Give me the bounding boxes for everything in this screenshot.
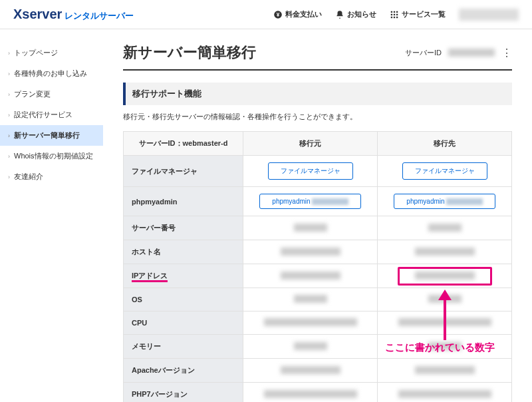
blurred-value	[264, 318, 357, 326]
row-host: ホスト名	[124, 240, 512, 264]
row-label: ホスト名	[124, 240, 243, 264]
blurred-value	[281, 272, 340, 280]
th-server-id: サーバーID：webmaster-d	[124, 132, 243, 156]
nav-payment[interactable]: ¥ 料金支払い	[273, 9, 322, 19]
svg-text:¥: ¥	[277, 11, 280, 17]
row-label: IPアドレス	[124, 264, 243, 288]
row-label: phpmyadmin	[124, 187, 243, 216]
nav-services[interactable]: サービス一覧	[390, 9, 446, 19]
phpmyadmin-dst-button[interactable]: phpmyadmin	[394, 194, 495, 209]
blurred-value	[294, 295, 327, 303]
row-memory: メモリー	[124, 335, 512, 359]
sidebar-item-migration[interactable]: ›新サーバー簡単移行	[0, 125, 103, 146]
user-info[interactable]	[459, 9, 519, 21]
blurred-value	[312, 198, 348, 205]
blurred-value	[281, 366, 340, 374]
file-manager-src-button[interactable]: ファイルマネージャ	[268, 162, 353, 180]
section-title: 移行サポート機能	[123, 83, 512, 105]
main: 新サーバー簡単移行 サーバーID ⋮ 移行サポート機能 移行元・移行先サーバーの…	[103, 29, 532, 402]
ip-dst-value	[415, 272, 475, 280]
row-label: OS	[124, 288, 243, 311]
server-id-value	[448, 49, 495, 57]
chevron-right-icon: ›	[8, 50, 10, 57]
logo-sub: レンタルサーバー	[65, 10, 134, 22]
blurred-value	[281, 248, 340, 256]
sidebar-item-whois[interactable]: ›Whois情報の初期値設定	[0, 146, 103, 166]
chevron-right-icon: ›	[8, 112, 10, 118]
nav-notice[interactable]: お知らせ	[335, 9, 376, 19]
bell-icon	[335, 10, 344, 19]
sidebar-item-plan[interactable]: ›プラン変更	[0, 84, 103, 104]
sidebar-item-label: 友達紹介	[14, 172, 43, 182]
page-meta: サーバーID ⋮	[405, 47, 512, 59]
header: Xserver レンタルサーバー ¥ 料金支払い お知らせ サービス一覧	[0, 0, 532, 29]
migration-table: サーバーID：webmaster-d 移行元 移行先 ファイルマネージャ ファイ…	[123, 131, 512, 402]
blurred-value	[264, 390, 357, 398]
row-file-manager: ファイルマネージャ ファイルマネージャ ファイルマネージャ	[124, 156, 512, 187]
blurred-value	[428, 342, 462, 350]
blurred-value	[428, 224, 462, 232]
phpmyadmin-label: phpmyadmin	[272, 198, 310, 205]
blurred-value	[398, 318, 491, 326]
sidebar-item-top[interactable]: ›トップページ	[0, 43, 103, 63]
header-nav: ¥ 料金支払い お知らせ サービス一覧	[273, 9, 519, 21]
row-os: OS	[124, 288, 512, 311]
svg-rect-6	[394, 13, 395, 15]
row-label: Apacheバージョン	[124, 359, 243, 383]
blurred-value	[428, 295, 462, 303]
th-dst: 移行先	[378, 132, 512, 156]
grid-icon	[390, 10, 399, 19]
nav-services-label: サービス一覧	[402, 9, 446, 19]
row-apache: Apacheバージョン	[124, 359, 512, 383]
svg-rect-8	[391, 16, 392, 17]
nav-notice-label: お知らせ	[347, 9, 376, 19]
chevron-right-icon: ›	[8, 91, 10, 98]
blurred-value	[446, 198, 483, 205]
sidebar-item-tokuten[interactable]: ›各種特典のお申し込み	[0, 63, 103, 84]
svg-rect-9	[394, 16, 395, 17]
sidebar-item-label: Whois情報の初期値設定	[14, 151, 93, 161]
row-label: サーバー番号	[124, 216, 243, 240]
page-header: 新サーバー簡単移行 サーバーID ⋮	[123, 43, 512, 71]
sidebar-item-label: プラン変更	[14, 89, 51, 99]
row-label: PHP7バージョン	[124, 383, 243, 402]
row-phpmyadmin: phpmyadmin phpmyadmin phpmyadmin	[124, 187, 512, 216]
row-cpu: CPU	[124, 311, 512, 335]
server-id-label: サーバーID	[405, 48, 442, 58]
row-label: ファイルマネージャ	[124, 156, 243, 187]
svg-rect-5	[391, 13, 392, 15]
th-src: 移行元	[243, 132, 378, 156]
row-label: メモリー	[124, 335, 243, 359]
row-php7: PHP7バージョン	[124, 383, 512, 402]
phpmyadmin-label: phpmyadmin	[406, 198, 444, 205]
ip-label-underlined: IPアドレス	[132, 272, 168, 282]
sidebar-item-daikou[interactable]: ›設定代行サービス	[0, 104, 103, 125]
blurred-value	[415, 366, 475, 374]
sidebar: ›トップページ ›各種特典のお申し込み ›プラン変更 ›設定代行サービス ›新サ…	[0, 29, 103, 402]
sidebar-item-label: トップページ	[14, 48, 58, 58]
chevron-right-icon: ›	[8, 132, 10, 139]
blurred-value	[294, 224, 327, 232]
phpmyadmin-src-button[interactable]: phpmyadmin	[259, 194, 360, 209]
sidebar-item-label: 新サーバー簡単移行	[14, 130, 80, 140]
logo-main: Xserver	[13, 7, 62, 22]
blurred-value	[294, 342, 327, 350]
svg-rect-4	[396, 11, 398, 12]
sidebar-item-friend[interactable]: ›友達紹介	[0, 166, 103, 187]
row-server-no: サーバー番号	[124, 216, 512, 240]
nav-payment-label: 料金支払い	[285, 9, 322, 19]
more-menu-icon[interactable]: ⋮	[501, 47, 512, 59]
file-manager-dst-button[interactable]: ファイルマネージャ	[402, 162, 487, 180]
section-desc: 移行元・移行先サーバーの情報確認・各種操作を行うことができます。	[123, 112, 512, 122]
logo[interactable]: Xserver レンタルサーバー	[13, 7, 134, 22]
row-ip: IPアドレス	[124, 264, 512, 288]
chevron-right-icon: ›	[8, 153, 10, 160]
svg-rect-7	[396, 13, 398, 15]
svg-rect-10	[396, 16, 398, 17]
row-label: CPU	[124, 311, 243, 335]
chevron-right-icon: ›	[8, 174, 10, 180]
svg-rect-3	[394, 11, 395, 12]
yen-icon: ¥	[273, 10, 283, 19]
sidebar-item-label: 各種特典のお申し込み	[14, 69, 87, 79]
svg-rect-2	[391, 11, 392, 12]
